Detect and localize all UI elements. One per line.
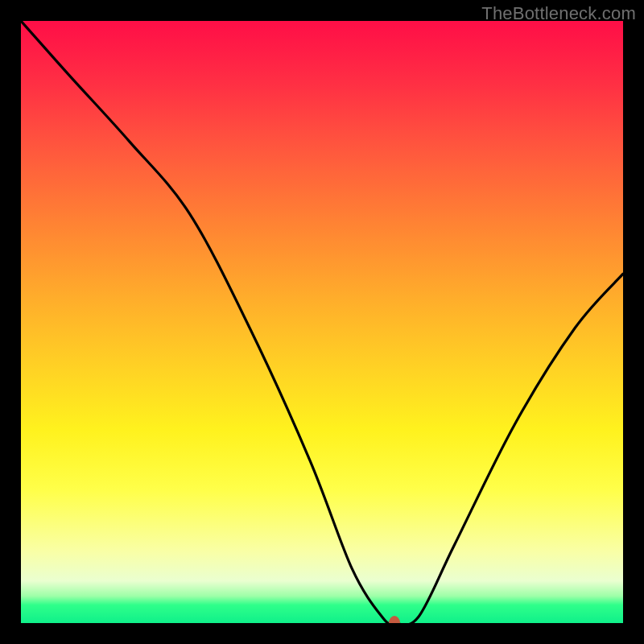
chart-container: TheBottleneck.com — [0, 0, 644, 644]
bottleneck-curve — [21, 21, 623, 623]
attribution-text: TheBottleneck.com — [481, 3, 636, 24]
plot-area — [21, 21, 623, 623]
